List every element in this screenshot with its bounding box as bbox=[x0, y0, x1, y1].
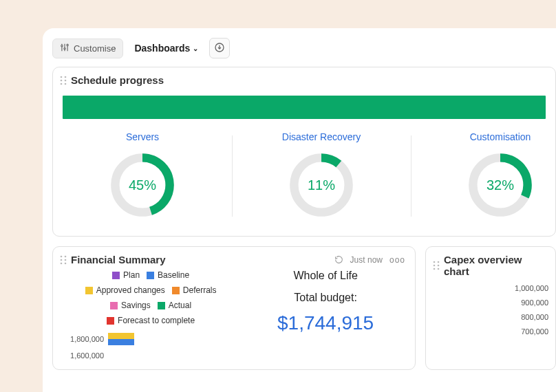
ytick: 1,000,000 bbox=[433, 284, 548, 292]
financial-left: PlanBaselineApproved changesDeferralsSav… bbox=[63, 268, 239, 360]
legend-swatch bbox=[85, 287, 93, 294]
refresh-icon[interactable] bbox=[334, 255, 343, 264]
ytick: 1,800,000 bbox=[63, 335, 104, 343]
row-2: Financial Summary Just now ooo PlanBasel… bbox=[52, 246, 556, 370]
donut-chart: 11% bbox=[286, 149, 357, 221]
donut-percent: 45% bbox=[107, 149, 178, 221]
donut-customisation: Customisation 32% bbox=[411, 131, 556, 221]
bar-stub bbox=[108, 333, 134, 345]
legend-swatch bbox=[147, 272, 154, 279]
legend-swatch bbox=[110, 302, 118, 309]
svg-point-30 bbox=[438, 268, 440, 270]
donut-label[interactable]: Disaster Recovery bbox=[282, 131, 361, 142]
ytick: 800,000 bbox=[433, 313, 548, 321]
capex-overview-card: Capex overview chart 1,000,000 900,000 8… bbox=[425, 246, 556, 370]
svg-point-8 bbox=[65, 76, 67, 78]
whole-of-life-amount: $1,744,915 bbox=[246, 312, 405, 334]
svg-point-20 bbox=[65, 255, 67, 257]
legend-swatch bbox=[172, 287, 180, 294]
donut-label[interactable]: Customisation bbox=[470, 131, 531, 142]
dashboards-dropdown[interactable]: Dashboards ⌄ bbox=[129, 39, 204, 57]
toolbar: Customise Dashboards ⌄ bbox=[52, 38, 556, 67]
card-header-right: Just now ooo bbox=[334, 255, 405, 265]
donut-chart: 45% bbox=[107, 149, 178, 221]
legend-label: Approved changes bbox=[96, 283, 165, 297]
schedule-progress-card: Schedule progress Servers 45% Disaster R… bbox=[52, 67, 556, 237]
legend-label: Savings bbox=[121, 298, 151, 312]
svg-point-26 bbox=[438, 261, 440, 263]
chevron-down-icon: ⌄ bbox=[193, 45, 198, 52]
card-header: Capex overview chart bbox=[426, 247, 555, 280]
financial-yaxis: 1,800,000 1,600,000 bbox=[63, 329, 239, 360]
svg-point-5 bbox=[67, 44, 68, 45]
legend-label: Plan bbox=[123, 268, 140, 282]
svg-point-12 bbox=[65, 83, 67, 85]
donut-chart: 32% bbox=[464, 149, 536, 221]
whole-of-life-sub: Total budget: bbox=[246, 292, 405, 304]
ytick: 1,600,000 bbox=[63, 351, 104, 360]
legend-label: Forecast to complete bbox=[118, 314, 195, 327]
donut-label[interactable]: Servers bbox=[126, 131, 159, 142]
sliders-icon bbox=[60, 43, 70, 54]
donut-percent: 32% bbox=[464, 149, 536, 221]
whole-of-life-title: Whole of Life bbox=[246, 270, 405, 282]
svg-point-24 bbox=[65, 262, 67, 264]
legend-item: Actual bbox=[158, 298, 191, 312]
legend-swatch bbox=[158, 302, 165, 309]
ytick: 700,000 bbox=[433, 327, 548, 336]
svg-point-23 bbox=[61, 262, 63, 264]
svg-point-29 bbox=[434, 268, 436, 270]
svg-point-25 bbox=[434, 261, 436, 263]
svg-point-7 bbox=[61, 76, 63, 78]
legend-item: Savings bbox=[110, 298, 151, 312]
legend-item: Baseline bbox=[147, 268, 189, 282]
dashboards-label: Dashboards bbox=[134, 43, 190, 54]
customise-label: Customise bbox=[74, 43, 116, 54]
financial-summary-card: Financial Summary Just now ooo PlanBasel… bbox=[52, 246, 416, 370]
legend-swatch bbox=[107, 317, 114, 325]
dashboard-area: Schedule progress Servers 45% Disaster R… bbox=[52, 67, 556, 370]
customise-button[interactable]: Customise bbox=[52, 39, 123, 58]
ytick: 900,000 bbox=[433, 298, 548, 307]
legend: PlanBaselineApproved changesDeferralsSav… bbox=[63, 268, 239, 329]
download-button[interactable] bbox=[209, 38, 230, 58]
legend-label: Deferrals bbox=[183, 283, 217, 297]
donut-percent: 11% bbox=[286, 149, 357, 221]
svg-point-19 bbox=[61, 255, 63, 257]
drag-handle-icon[interactable] bbox=[433, 261, 440, 270]
svg-point-22 bbox=[65, 259, 67, 261]
svg-point-11 bbox=[61, 83, 63, 85]
legend-item: Approved changes bbox=[85, 283, 165, 297]
svg-point-9 bbox=[61, 79, 63, 81]
app-frame: Customise Dashboards ⌄ Schedule progress bbox=[43, 28, 556, 392]
legend-label: Baseline bbox=[158, 268, 189, 282]
svg-point-3 bbox=[61, 45, 63, 46]
legend-item: Plan bbox=[112, 268, 140, 282]
svg-point-4 bbox=[64, 47, 65, 49]
card-header: Schedule progress bbox=[53, 67, 555, 89]
progress-bar bbox=[63, 96, 546, 119]
legend-item: Deferrals bbox=[172, 283, 217, 297]
financial-title: Financial Summary bbox=[71, 254, 166, 265]
legend-item: Forecast to complete bbox=[107, 314, 195, 327]
card-header: Financial Summary Just now ooo bbox=[53, 247, 415, 268]
donut-row: Servers 45% Disaster Recovery 11% Custom… bbox=[53, 131, 555, 236]
svg-point-10 bbox=[65, 79, 67, 81]
drag-handle-icon[interactable] bbox=[60, 76, 67, 85]
drag-handle-icon[interactable] bbox=[60, 255, 67, 265]
legend-label: Actual bbox=[169, 298, 191, 312]
financial-body: PlanBaselineApproved changesDeferralsSav… bbox=[53, 268, 415, 369]
capex-title: Capex overview chart bbox=[444, 254, 546, 277]
financial-right: Whole of Life Total budget: $1,744,915 bbox=[246, 268, 405, 360]
svg-point-21 bbox=[61, 259, 63, 261]
svg-point-28 bbox=[438, 265, 440, 267]
donut-servers: Servers 45% bbox=[53, 131, 232, 221]
capex-yaxis: 1,000,000 900,000 800,000 700,000 bbox=[426, 280, 555, 342]
more-icon[interactable]: ooo bbox=[389, 255, 405, 265]
svg-point-27 bbox=[434, 265, 436, 267]
donut-disaster: Disaster Recovery 11% bbox=[232, 131, 411, 221]
refresh-text: Just now bbox=[350, 255, 383, 265]
download-icon bbox=[214, 42, 225, 55]
schedule-title: Schedule progress bbox=[71, 74, 164, 86]
legend-swatch bbox=[112, 272, 120, 279]
